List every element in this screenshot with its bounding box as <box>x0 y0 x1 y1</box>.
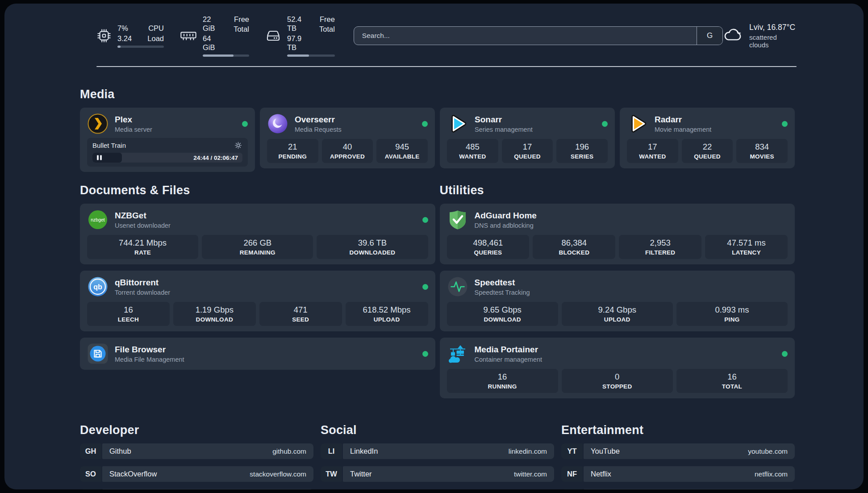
stat-value: 3.24 <box>117 34 132 43</box>
app-title: NZBGet <box>115 211 171 221</box>
stat-tile-value: 47.571 ms <box>727 238 765 248</box>
link-name: LinkedIn <box>350 447 378 455</box>
link-dev[interactable]: DTDEVdev.to <box>80 489 313 489</box>
pause-icon[interactable] <box>97 155 102 160</box>
link-github[interactable]: GHGithubgithub.com <box>80 443 313 459</box>
app-description: Torrent downloader <box>115 289 170 296</box>
stat-tile-value: 0 <box>615 372 619 382</box>
stat-tile-upload: 9.24 GbpsUPLOAD <box>562 302 673 326</box>
stat-tile-value: 498,461 <box>473 238 503 248</box>
section-title-social: Social <box>321 423 554 437</box>
link-name: Twitter <box>350 470 372 478</box>
app-card-media-portainer[interactable]: Media PortainerContainer management16RUN… <box>440 338 795 398</box>
stat-tile-download: 1.19 GbpsDOWNLOAD <box>173 302 256 326</box>
stat-tile-blocked: 86,384BLOCKED <box>533 235 615 259</box>
overseerr-icon <box>267 113 288 134</box>
stat-values: 52.4 TB97.9 TB <box>287 15 309 52</box>
stat-tile-value: 40 <box>343 142 352 152</box>
app-title: Radarr <box>655 115 711 125</box>
search-engine-button[interactable]: G <box>697 27 722 45</box>
link-url: netflix.com <box>755 470 788 478</box>
link-url: linkedin.com <box>509 447 547 455</box>
app-card-file-browser[interactable]: File BrowserMedia File Management <box>80 338 435 370</box>
stat-tile-value: 17 <box>648 142 657 152</box>
stat-tile-downloaded: 39.6 TBDOWNLOADED <box>317 235 428 259</box>
app-card-overseerr[interactable]: OverseerrMedia Requests21PENDING40APPROV… <box>260 108 435 168</box>
gear-icon[interactable] <box>234 141 242 150</box>
playback-progress-bar: 24:44 / 02:06:47 <box>92 153 242 163</box>
stat-tile-label: APPROVED <box>330 153 365 160</box>
stat-tile-label: QUEUED <box>694 153 721 160</box>
stat-progress-bar <box>287 54 335 57</box>
stat-tile-label: QUEUED <box>514 153 541 160</box>
app-title: Plex <box>115 115 152 125</box>
link-netflix[interactable]: NFNetflixnetflix.com <box>561 466 795 482</box>
section-title-developer: Developer <box>80 423 313 437</box>
status-dot <box>782 121 788 127</box>
section-title-utilities: Utilities <box>440 184 795 197</box>
stat-tile-label: UPLOAD <box>374 316 400 323</box>
app-card-speedtest[interactable]: SpeedtestSpeedtest Tracking9.65 GbpsDOWN… <box>440 271 795 331</box>
app-card-nzbget[interactable]: nzbgetNZBGetUsenet downloader744.21 Mbps… <box>80 204 435 264</box>
link-reddit[interactable]: RERedditreddit.com <box>561 489 795 489</box>
stat-values: 7%3.24 <box>117 24 132 42</box>
stat-value: 64 GiB <box>203 34 224 52</box>
stat-tile-series: 196SERIES <box>556 139 608 163</box>
stat-tile-wanted: 17WANTED <box>627 139 678 163</box>
app-card-plex[interactable]: PlexMedia serverBullet Train24:44 / 02:0… <box>80 108 255 172</box>
app-card-header: qbqBittorrentTorrent downloader <box>87 276 428 297</box>
stat-progress-fill <box>117 46 121 48</box>
stat-tile-queued: 17QUEUED <box>502 139 553 163</box>
stat-tile-seed: 471SEED <box>259 302 342 326</box>
stat-tile-value: 9.65 Gbps <box>483 305 521 315</box>
app-description: Media server <box>115 126 152 133</box>
link-youtube[interactable]: YTYouTubeyoutube.com <box>561 443 795 459</box>
stat-tile-label: FILTERED <box>645 249 675 256</box>
stat-tiles: 744.21 MbpsRATE266 GBREMAINING39.6 TBDOW… <box>87 235 428 259</box>
stat-labels: FreeTotal <box>319 15 335 52</box>
stat-tile-wanted: 485WANTED <box>447 139 498 163</box>
app-card-adguard-home[interactable]: AdGuard HomeDNS and adblocking498,461QUE… <box>440 204 795 264</box>
stat-tile-label: DOWNLOAD <box>484 316 521 323</box>
stat-tile-pending: 21PENDING <box>267 139 318 163</box>
search-input[interactable] <box>354 27 697 45</box>
link-linkedin[interactable]: LILinkedInlinkedin.com <box>321 443 554 459</box>
link-stackoverflow[interactable]: SOStackOverflowstackoverflow.com <box>80 466 313 482</box>
stat-tile-value: 618.52 Mbps <box>363 305 411 315</box>
link-list: LILinkedInlinkedin.comTWTwittertwitter.c… <box>321 443 554 482</box>
app-card-radarr[interactable]: RadarrMovie management17WANTED22QUEUED83… <box>620 108 795 168</box>
link-url: stackoverflow.com <box>250 470 306 478</box>
stat-label: Free <box>319 15 335 24</box>
app-card-qbittorrent[interactable]: qbqBittorrentTorrent downloader16LEECH1.… <box>80 271 435 331</box>
plex-icon <box>87 113 108 134</box>
app-description: Usenet downloader <box>115 222 171 229</box>
topbar-divider <box>96 66 797 67</box>
qbittorrent-icon: qb <box>87 276 108 297</box>
stat-tile-upload: 618.52 MbpsUPLOAD <box>346 302 428 326</box>
stat-label: CPU <box>147 24 164 33</box>
status-dot <box>422 121 428 127</box>
stat-tile-value: 834 <box>755 142 769 152</box>
stat-value: 7% <box>117 24 132 33</box>
playback-time: 24:44 / 02:06:47 <box>193 155 238 161</box>
app-card-titles: File BrowserMedia File Management <box>115 345 184 363</box>
app-card-titles: PlexMedia server <box>115 115 152 133</box>
link-twitter[interactable]: TWTwittertwitter.com <box>321 466 554 482</box>
link-url: youtube.com <box>748 447 788 455</box>
app-card-sonarr[interactable]: SonarrSeries management485WANTED17QUEUED… <box>440 108 615 168</box>
stat-tile-value: 945 <box>395 142 409 152</box>
app-card-header: Media PortainerContainer management <box>447 343 788 364</box>
stat-tile-label: MOVIES <box>750 153 774 160</box>
stat-tile-label: PENDING <box>279 153 307 160</box>
section-utilities: Utilities AdGuard HomeDNS and adblocking… <box>440 184 795 398</box>
app-card-header: SonarrSeries management <box>447 113 608 134</box>
stat-tile-value: 16 <box>498 372 507 382</box>
stat-tile-ping: 0.993 msPING <box>676 302 788 326</box>
stat-tile-value: 266 GB <box>243 238 271 248</box>
stat-tile-stopped: 0STOPPED <box>562 369 673 393</box>
app-card-titles: SonarrSeries management <box>475 115 533 133</box>
stat-tile-value: 196 <box>575 142 589 152</box>
app-card-titles: qBittorrentTorrent downloader <box>115 278 170 296</box>
app-title: Speedtest <box>475 278 530 288</box>
status-dot <box>602 121 608 127</box>
